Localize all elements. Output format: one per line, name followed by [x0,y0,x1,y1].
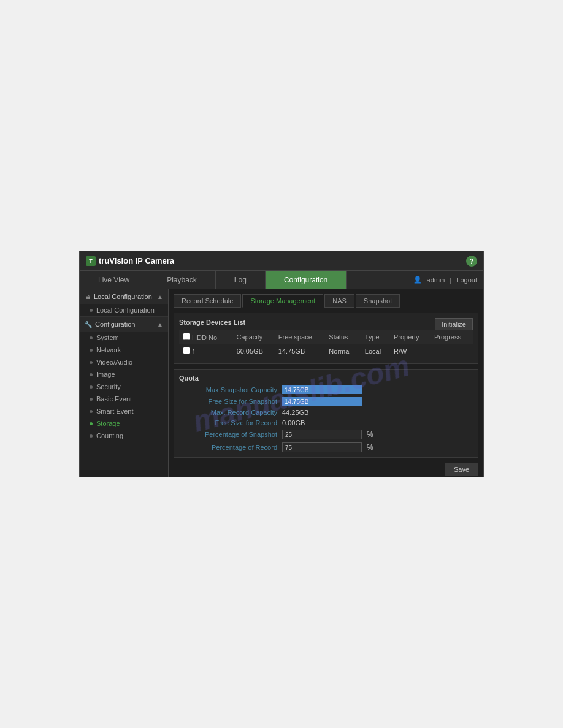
logo-icon: T [86,256,96,266]
sidebar-item-network[interactable]: Network [80,344,168,356]
header-bar: T truVision IP Camera ? [80,251,483,271]
logo-prefix: tru [99,256,109,265]
initialize-button[interactable]: Initialize [435,318,473,330]
tab-log[interactable]: Log [216,271,266,289]
label-pct-record: Percentage of Record [179,444,277,451]
row-progress [431,344,473,358]
separator: | [450,276,451,284]
chevron-up-icon: ▲ [157,294,163,300]
chevron-up-icon-2: ▲ [157,321,163,328]
col-checkbox: HDD No. [179,330,233,344]
value-free-snapshot: 14.75GB [282,397,473,406]
col-progress: Progress [431,330,473,344]
col-type: Type [361,330,390,344]
sidebar-section-local-label: Local Configuration [94,293,152,300]
sub-tabs: Record Schedule Storage Management NAS S… [174,294,478,308]
sidebar-section-header-config[interactable]: 🔧 Configuration ▲ [80,317,168,332]
sidebar-item-security[interactable]: Security [80,381,168,393]
sidebar-item-image[interactable]: Image [80,368,168,381]
label-pct-snapshot: Percentage of Snapshot [179,431,277,438]
text-max-record: 44.25GB [282,409,308,416]
value-pct-snapshot: % [282,430,473,439]
storage-table: HDD No. Capacity Free space Status Type … [179,330,473,358]
sidebar-section-local: 🖥 Local Configuration ▲ Local Configurat… [80,289,168,317]
table-row: 1 60.05GB 14.75GB Normal Local R/W [179,344,473,358]
sub-tab-record-schedule[interactable]: Record Schedule [174,294,241,308]
value-max-record: 44.25GB [282,409,473,416]
save-button[interactable]: Save [445,463,478,476]
wrench-icon: 🔧 [85,321,92,328]
label-max-record: Max. Record Capacity [179,409,277,416]
value-max-snapshot: 14.75GB [282,385,473,394]
value-free-record: 0.00GB [282,419,473,427]
logout-link[interactable]: Logout [456,276,477,284]
sub-tab-snapshot[interactable]: Snapshot [356,294,400,308]
row-free-space: 14.75GB [275,344,326,358]
sub-tab-nas[interactable]: NAS [324,294,354,308]
sidebar-item-storage[interactable]: Storage [80,417,168,430]
dot-icon-active [90,422,93,425]
sidebar-section-header-local[interactable]: 🖥 Local Configuration ▲ [80,289,168,304]
dot-icon [90,309,93,312]
bar-text-max-snapshot: 14.75GB [285,387,308,393]
logo-area: T truVision IP Camera [86,256,174,266]
col-property: Property [390,330,431,344]
value-pct-record: % [282,442,473,452]
username: admin [427,276,445,284]
camera-ui: manualslib.com T truVision IP Camera ? L… [79,251,484,477]
percent-sign-record: % [367,443,373,452]
label-free-snapshot: Free Size for Snapshot [179,398,277,405]
quota-section: Quota Max Snapshot Capacity 14.75GB Free… [174,369,478,458]
tab-live-view[interactable]: Live View [80,271,148,289]
monitor-icon: 🖥 [85,294,91,300]
sub-tab-storage-management[interactable]: Storage Management [242,294,323,308]
select-all-checkbox[interactable] [183,333,190,340]
logo-text: truVision IP Camera [99,256,174,265]
sidebar-item-video-audio[interactable]: Video/Audio [80,356,168,368]
sidebar: 🖥 Local Configuration ▲ Local Configurat… [80,289,169,477]
row-checkbox[interactable] [183,347,190,354]
main-layout: 🖥 Local Configuration ▲ Local Configurat… [80,289,483,477]
bar-free-snapshot: 14.75GB [282,397,362,406]
text-free-record: 0.00GB [282,419,305,427]
dot-icon [90,434,93,438]
dot-icon [90,373,93,376]
quota-grid: Max Snapshot Capacity 14.75GB Free Size … [179,385,473,452]
col-status: Status [325,330,361,344]
dot-icon [90,336,93,339]
tab-playback[interactable]: Playback [148,271,216,289]
sidebar-item-system[interactable]: System [80,332,168,344]
bottom-row: Save [174,463,478,476]
dot-icon [90,349,93,352]
sidebar-item-local-config[interactable]: Local Configuration [80,304,168,316]
storage-devices-title: Storage Devices List [179,319,245,326]
label-max-snapshot: Max Snapshot Capacity [179,386,277,393]
input-pct-record[interactable] [282,442,362,452]
sidebar-item-counting[interactable]: Counting [80,430,168,442]
sidebar-section-config: 🔧 Configuration ▲ System Network Video/A… [80,317,168,442]
storage-devices-section: Storage Devices List Initialize HDD No. … [174,313,478,364]
content-area: Record Schedule Storage Management NAS S… [169,289,483,477]
sidebar-section-config-label: Configuration [95,320,135,328]
sidebar-item-local-config-label: Local Configuration [96,306,155,314]
bar-text-free-snapshot: 14.75GB [285,398,308,405]
input-pct-snapshot[interactable] [282,430,362,439]
hdd-no: 1 [192,348,196,355]
dot-icon [90,398,93,401]
bar-max-snapshot: 14.75GB [282,385,362,394]
tab-configuration[interactable]: Configuration [266,271,347,289]
dot-icon [90,361,93,364]
nav-tabs: Live View Playback Log Configuration 👤 a… [80,271,483,289]
user-icon: 👤 [413,276,422,284]
sidebar-item-smart-event[interactable]: Smart Event [80,405,168,417]
sidebar-item-basic-event[interactable]: Basic Event [80,393,168,405]
dot-icon [90,410,93,413]
quota-title: Quota [179,374,473,382]
row-status: Normal [325,344,361,358]
row-capacity: 60.05GB [233,344,275,358]
dot-icon [90,385,93,389]
help-button[interactable]: ? [466,256,477,267]
col-free-space: Free space [275,330,326,344]
percent-sign-snapshot: % [367,430,373,439]
label-free-record: Free Size for Record [179,419,277,427]
